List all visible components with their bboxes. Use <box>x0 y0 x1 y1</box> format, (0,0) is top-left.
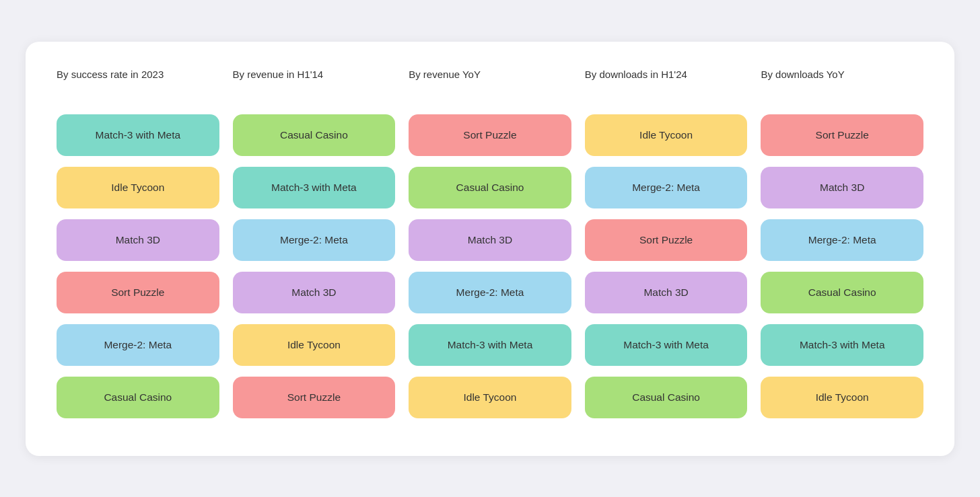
tag-success-rate-2: Match 3D <box>57 219 219 261</box>
tag-revenue-h114-0: Casual Casino <box>233 114 396 156</box>
tag-downloads-yoy-1: Match 3D <box>761 167 923 208</box>
column-header-success-rate: By success rate in 2023 <box>57 69 219 95</box>
tag-revenue-yoy-2: Match 3D <box>409 219 571 261</box>
tag-revenue-yoy-0: Sort Puzzle <box>409 114 571 156</box>
tag-revenue-yoy-3: Merge-2: Meta <box>409 272 571 313</box>
column-downloads-yoy: By downloads YoYSort PuzzleMatch 3DMerge… <box>754 69 930 429</box>
tag-downloads-h124-0: Idle Tycoon <box>585 114 748 156</box>
tag-downloads-h124-4: Match-3 with Meta <box>585 324 748 366</box>
column-header-revenue-h114: By revenue in H1'14 <box>233 69 396 95</box>
tag-downloads-yoy-4: Match-3 with Meta <box>761 324 923 366</box>
tag-success-rate-0: Match-3 with Meta <box>57 114 219 156</box>
tag-revenue-h114-1: Match-3 with Meta <box>233 167 396 208</box>
rankings-grid: By success rate in 2023Match-3 with Meta… <box>50 69 930 429</box>
main-card: By success rate in 2023Match-3 with Meta… <box>26 42 954 456</box>
column-success-rate: By success rate in 2023Match-3 with Meta… <box>50 69 226 429</box>
column-downloads-h124: By downloads in H1'24Idle TycoonMerge-2:… <box>578 69 755 429</box>
tag-downloads-h124-5: Casual Casino <box>585 377 748 418</box>
column-revenue-h114: By revenue in H1'14Casual CasinoMatch-3 … <box>226 69 403 429</box>
column-revenue-yoy: By revenue YoYSort PuzzleCasual CasinoMa… <box>402 69 578 429</box>
column-header-downloads-h124: By downloads in H1'24 <box>585 69 748 95</box>
column-header-revenue-yoy: By revenue YoY <box>409 69 571 95</box>
tag-revenue-yoy-4: Match-3 with Meta <box>409 324 571 366</box>
tag-revenue-h114-2: Merge-2: Meta <box>233 219 396 261</box>
tag-success-rate-1: Idle Tycoon <box>57 167 219 208</box>
tag-success-rate-4: Merge-2: Meta <box>57 324 219 366</box>
tag-success-rate-5: Casual Casino <box>57 377 219 418</box>
tag-downloads-yoy-5: Idle Tycoon <box>761 377 923 418</box>
tag-revenue-h114-4: Idle Tycoon <box>233 324 396 366</box>
column-header-downloads-yoy: By downloads YoY <box>761 69 923 95</box>
tag-success-rate-3: Sort Puzzle <box>57 272 219 313</box>
tag-downloads-yoy-3: Casual Casino <box>761 272 923 313</box>
tag-downloads-h124-2: Sort Puzzle <box>585 219 748 261</box>
tag-downloads-h124-3: Match 3D <box>585 272 748 313</box>
tag-downloads-yoy-2: Merge-2: Meta <box>761 219 923 261</box>
tag-downloads-h124-1: Merge-2: Meta <box>585 167 748 208</box>
tag-revenue-h114-5: Sort Puzzle <box>233 377 396 418</box>
tag-downloads-yoy-0: Sort Puzzle <box>761 114 923 156</box>
tag-revenue-yoy-1: Casual Casino <box>409 167 571 208</box>
tag-revenue-h114-3: Match 3D <box>233 272 396 313</box>
tag-revenue-yoy-5: Idle Tycoon <box>409 377 571 418</box>
